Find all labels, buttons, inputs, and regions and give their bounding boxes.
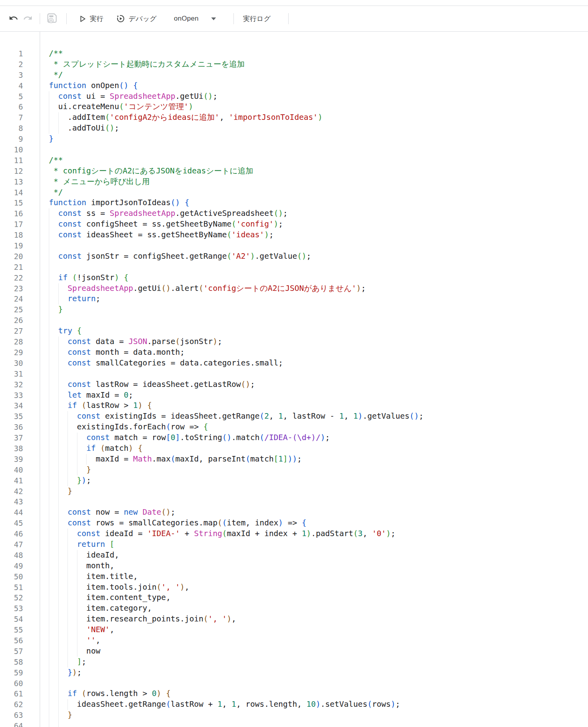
line-number[interactable]: 30 <box>0 358 23 369</box>
code-line[interactable]: 51 item.tools.join(', '), <box>0 582 588 593</box>
line-number[interactable]: 51 <box>0 582 23 593</box>
line-number[interactable]: 21 <box>0 262 23 273</box>
code-line[interactable]: 44 const now = new Date(); <box>0 507 588 518</box>
line-number[interactable]: 58 <box>0 657 23 667</box>
function-selector[interactable]: onOpen <box>174 15 216 23</box>
line-number[interactable]: 46 <box>0 529 23 539</box>
line-number[interactable]: 10 <box>0 144 23 155</box>
code-line[interactable]: 64 <box>0 721 588 727</box>
code-line[interactable]: 10 <box>0 144 588 155</box>
line-number[interactable]: 24 <box>0 294 23 304</box>
line-number[interactable]: 11 <box>0 155 23 166</box>
line-number[interactable]: 53 <box>0 603 23 614</box>
code-line[interactable]: 52 item.content_type, <box>0 592 588 603</box>
line-number[interactable]: 41 <box>0 475 23 486</box>
code-line[interactable]: 30 const smallCategories = data.categori… <box>0 358 588 369</box>
line-number[interactable]: 60 <box>0 678 23 689</box>
debug-button[interactable]: デバッグ <box>116 14 157 23</box>
code-line[interactable]: 29 const month = data.month; <box>0 347 588 358</box>
line-number[interactable]: 40 <box>0 465 23 475</box>
code-line[interactable]: 36 existingIds.forEach(row => { <box>0 422 588 433</box>
code-line[interactable]: 37 const match = row[0].toString().match… <box>0 433 588 443</box>
line-number[interactable]: 2 <box>0 59 23 70</box>
line-number[interactable]: 3 <box>0 70 23 81</box>
code-line[interactable]: 5 const ui = SpreadsheetApp.getUi(); <box>0 91 588 102</box>
line-number[interactable]: 28 <box>0 337 23 347</box>
line-number[interactable]: 48 <box>0 550 23 561</box>
code-editor[interactable]: 1/**2 * スプレッドシート起動時にカスタムメニューを追加3 */4func… <box>0 32 588 727</box>
code-line[interactable]: 20 const jsonStr = configSheet.getRange(… <box>0 251 588 262</box>
code-line[interactable]: 54 item.research_points.join(', '), <box>0 614 588 625</box>
code-line[interactable]: 4function onOpen() { <box>0 81 588 91</box>
code-line[interactable]: 59 }); <box>0 667 588 678</box>
code-line[interactable]: 14 */ <box>0 187 588 198</box>
line-number[interactable]: 31 <box>0 369 23 379</box>
line-number[interactable]: 19 <box>0 240 23 251</box>
code-line[interactable]: 43 <box>0 496 588 507</box>
undo-button[interactable] <box>9 13 18 24</box>
line-number[interactable]: 57 <box>0 646 23 657</box>
code-line[interactable]: 25 } <box>0 304 588 315</box>
line-number[interactable]: 42 <box>0 486 23 497</box>
code-line[interactable]: 63 } <box>0 710 588 721</box>
line-number[interactable]: 27 <box>0 326 23 337</box>
line-number[interactable]: 34 <box>0 400 23 411</box>
line-number[interactable]: 26 <box>0 315 23 326</box>
code-line[interactable]: 9} <box>0 134 588 144</box>
line-number[interactable]: 56 <box>0 635 23 646</box>
code-line[interactable]: 50 item.title, <box>0 571 588 582</box>
line-number[interactable]: 49 <box>0 561 23 571</box>
line-number[interactable]: 1 <box>0 48 23 59</box>
code-line[interactable]: 23 SpreadsheetApp.getUi().alert('configシ… <box>0 283 588 294</box>
code-line[interactable]: 58 ]; <box>0 657 588 667</box>
code-line[interactable]: 6 ui.createMenu('コンテンツ管理') <box>0 102 588 112</box>
line-number[interactable]: 43 <box>0 496 23 507</box>
line-number[interactable]: 32 <box>0 379 23 390</box>
code-line[interactable]: 40 } <box>0 465 588 475</box>
code-line[interactable]: 27 try { <box>0 326 588 337</box>
line-number[interactable]: 4 <box>0 81 23 91</box>
line-number[interactable]: 13 <box>0 177 23 187</box>
line-number[interactable]: 52 <box>0 592 23 603</box>
line-number[interactable]: 61 <box>0 689 23 699</box>
code-line[interactable]: 8 .addToUi(); <box>0 123 588 134</box>
line-number[interactable]: 12 <box>0 166 23 177</box>
code-line[interactable]: 46 const ideaId = 'IDEA-' + String(maxId… <box>0 529 588 539</box>
line-number[interactable]: 8 <box>0 123 23 134</box>
line-number[interactable]: 44 <box>0 507 23 518</box>
line-number[interactable]: 18 <box>0 230 23 240</box>
line-number[interactable]: 47 <box>0 539 23 550</box>
code-line[interactable]: 19 <box>0 240 588 251</box>
code-line[interactable]: 21 <box>0 262 588 273</box>
line-number[interactable]: 29 <box>0 347 23 358</box>
code-line[interactable]: 2 * スプレッドシート起動時にカスタムメニューを追加 <box>0 59 588 70</box>
line-number[interactable]: 25 <box>0 304 23 315</box>
line-number[interactable]: 5 <box>0 91 23 102</box>
code-line[interactable]: 42 } <box>0 486 588 497</box>
line-number[interactable]: 16 <box>0 208 23 219</box>
code-line[interactable]: 45 const rows = smallCategories.map((ite… <box>0 518 588 529</box>
line-number[interactable]: 20 <box>0 251 23 262</box>
line-number[interactable]: 62 <box>0 699 23 710</box>
code-line[interactable]: 13 * メニューから呼び出し用 <box>0 177 588 187</box>
code-line[interactable]: 12 * configシートのA2にあるJSONをideasシートに追加 <box>0 166 588 177</box>
code-line[interactable]: 56 '', <box>0 635 588 646</box>
code-line[interactable]: 60 <box>0 678 588 689</box>
code-line[interactable]: 55 'NEW', <box>0 625 588 635</box>
code-line[interactable]: 53 item.category, <box>0 603 588 614</box>
line-number[interactable]: 15 <box>0 198 23 208</box>
line-number[interactable]: 6 <box>0 102 23 112</box>
line-number[interactable]: 50 <box>0 571 23 582</box>
line-number[interactable]: 7 <box>0 112 23 123</box>
code-line[interactable]: 61 if (rows.length > 0) { <box>0 689 588 699</box>
code-line[interactable]: 18 const ideasSheet = ss.getSheetByName(… <box>0 230 588 240</box>
code-line[interactable]: 57 now <box>0 646 588 657</box>
code-line[interactable]: 34 if (lastRow > 1) { <box>0 400 588 411</box>
line-number[interactable]: 55 <box>0 625 23 635</box>
code-line[interactable]: 35 const existingIds = ideasSheet.getRan… <box>0 411 588 422</box>
redo-button[interactable] <box>23 13 33 24</box>
code-line[interactable]: 26 <box>0 315 588 326</box>
code-line[interactable]: 3 */ <box>0 70 588 81</box>
code-line[interactable]: 39 maxId = Math.max(maxId, parseInt(matc… <box>0 454 588 465</box>
execution-log-button[interactable]: 実行ログ <box>243 14 271 23</box>
